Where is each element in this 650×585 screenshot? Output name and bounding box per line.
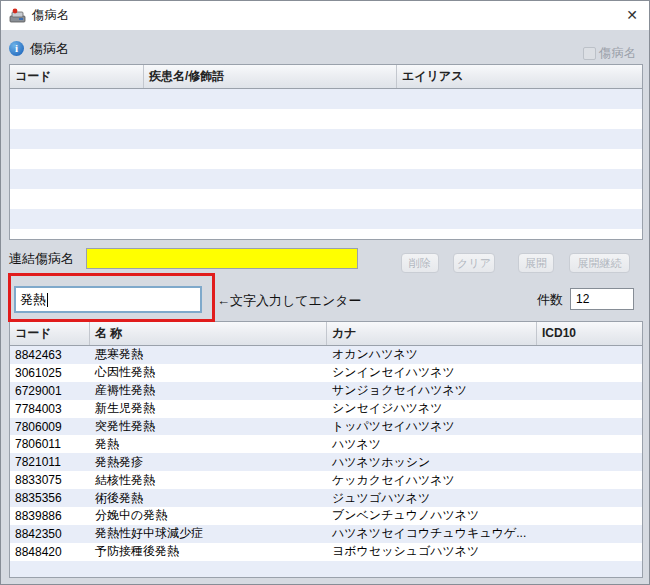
table-row[interactable]: 7806009突発性発熱トッパツセイハツネツ	[10, 418, 642, 436]
text-caret	[47, 293, 48, 307]
clear-button[interactable]: クリア	[453, 253, 495, 273]
table-cell: 7784003	[10, 402, 90, 416]
search-result-table: コード 名 称 カナ ICD10 8842463悪寒発熱オカンハツネツ30610…	[9, 321, 643, 578]
linked-disease-label: 連結傷病名	[9, 250, 74, 268]
table-cell: シンセイジハツネツ	[327, 400, 537, 417]
table-cell: 心因性発熱	[90, 364, 327, 381]
table-cell: 産褥性発熱	[90, 382, 327, 399]
column-header-alias[interactable]: エイリアス	[397, 65, 642, 88]
close-icon[interactable]: ✕	[615, 1, 649, 30]
table-cell: ハツネツホッシン	[327, 454, 537, 471]
table-cell: シンインセイハツネツ	[327, 364, 537, 381]
table-cell: ハツネツセイコウチュウキュウゲ...	[327, 525, 537, 542]
table-row[interactable]: 8842463悪寒発熱オカンハツネツ	[10, 346, 642, 364]
table-row[interactable]: 8833075結核性発熱ケッカクセイハツネツ	[10, 471, 642, 489]
table-cell: オカンハツネツ	[327, 346, 537, 363]
table-row[interactable]: 3061025心因性発熱シンインセイハツネツ	[10, 364, 642, 382]
table-cell: 8839886	[10, 509, 90, 523]
search-result-table-header: コード 名 称 カナ ICD10	[10, 322, 642, 346]
table-cell: ハツネツ	[327, 436, 537, 453]
disease-name-window: 傷病名 ✕ i 傷病名 傷病名 コード 疾患名/修飾語 エイリアス 連結傷病名 …	[0, 0, 650, 585]
search-input[interactable]: 発熱	[14, 286, 202, 313]
selected-disease-table-header: コード 疾患名/修飾語 エイリアス	[10, 65, 642, 89]
delete-button[interactable]: 削除	[401, 253, 439, 273]
expand-continue-button[interactable]: 展開継続	[569, 253, 630, 273]
table-cell: 分娩中の発熱	[90, 507, 327, 524]
expand-button[interactable]: 展開	[518, 253, 554, 273]
column-header-code[interactable]: コード	[10, 65, 144, 88]
selected-disease-table-body[interactable]	[10, 89, 642, 239]
disease-name-checkbox-label: 傷病名	[599, 45, 637, 62]
table-cell: 8833075	[10, 473, 90, 487]
table-row[interactable]: 8835356術後発熱ジュツゴハツネツ	[10, 489, 642, 507]
table-cell: 3061025	[10, 366, 90, 380]
table-cell: サンジョクセイハツネツ	[327, 382, 537, 399]
table-cell: ブンベンチュウノハツネツ	[327, 507, 537, 524]
table-row[interactable]: 6729001産褥性発熱サンジョクセイハツネツ	[10, 382, 642, 400]
table-row[interactable]: 7821011発熱発疹ハツネツホッシン	[10, 453, 642, 471]
table-row[interactable]: 8842350発熱性好中球減少症ハツネツセイコウチュウキュウゲ...	[10, 525, 642, 543]
column-header-code[interactable]: コード	[10, 322, 90, 345]
result-table-body: 8842463悪寒発熱オカンハツネツ3061025心因性発熱シンインセイハツネツ…	[10, 346, 642, 577]
table-cell: 術後発熱	[90, 490, 327, 507]
info-icon: i	[9, 41, 24, 56]
selected-disease-table: コード 疾患名/修飾語 エイリアス	[9, 64, 643, 240]
table-cell: ヨボウセッシュゴハツネツ	[327, 543, 537, 560]
column-header-icd10[interactable]: ICD10	[537, 322, 642, 345]
table-cell: 7821011	[10, 455, 90, 469]
table-cell: 8835356	[10, 491, 90, 505]
table-cell: トッパツセイハツネツ	[327, 418, 537, 435]
table-cell: 7806011	[10, 437, 90, 451]
table-cell: 予防接種後発熱	[90, 543, 327, 560]
table-cell: 8842350	[10, 527, 90, 541]
table-row[interactable]: 8839886分娩中の発熱ブンベンチュウノハツネツ	[10, 507, 642, 525]
table-cell: 6729001	[10, 384, 90, 398]
window-title: 傷病名	[32, 1, 70, 30]
input-hint-text: ←文字入力してエンター	[217, 292, 362, 310]
table-cell: ジュツゴハツネツ	[327, 490, 537, 507]
title-bar: 傷病名 ✕	[1, 1, 649, 30]
column-header-kana[interactable]: カナ	[327, 322, 537, 345]
section-title: 傷病名	[30, 40, 69, 58]
table-cell: 8848420	[10, 545, 90, 559]
table-cell: 発熱性好中球減少症	[90, 525, 327, 542]
table-cell: 新生児発熱	[90, 400, 327, 417]
disease-name-checkbox[interactable]	[583, 47, 596, 60]
table-cell: 発熱	[90, 436, 327, 453]
table-cell: 発熱発疹	[90, 454, 327, 471]
column-header-name[interactable]: 名 称	[90, 322, 327, 345]
table-cell: 悪寒発熱	[90, 346, 327, 363]
search-input-value: 発熱	[20, 291, 46, 309]
table-cell: 突発性発熱	[90, 418, 327, 435]
table-row[interactable]: 7784003新生児発熱シンセイジハツネツ	[10, 400, 642, 418]
count-label: 件数	[537, 291, 563, 309]
table-row[interactable]: 7806011発熱ハツネツ	[10, 435, 642, 453]
table-cell: 8842463	[10, 348, 90, 362]
column-header-disease[interactable]: 疾患名/修飾語	[144, 65, 397, 88]
table-cell: ケッカクセイハツネツ	[327, 472, 537, 489]
count-input[interactable]	[570, 288, 634, 310]
table-cell: 結核性発熱	[90, 472, 327, 489]
table-cell: 7806009	[10, 420, 90, 434]
app-icon	[9, 7, 26, 24]
linked-disease-input[interactable]	[86, 248, 358, 269]
table-row[interactable]: 8848420予防接種後発熱ヨボウセッシュゴハツネツ	[10, 543, 642, 561]
